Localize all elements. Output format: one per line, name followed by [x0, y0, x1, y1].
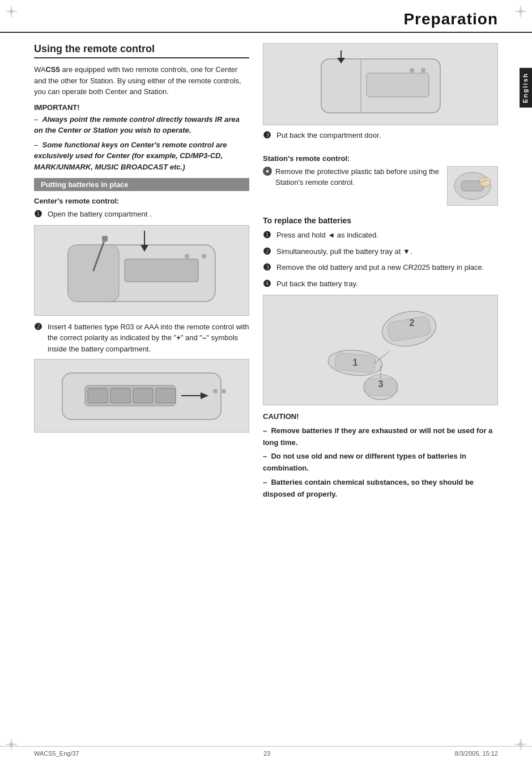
svg-rect-14 — [102, 236, 108, 241]
side-tab-label: English — [522, 73, 529, 103]
step-2: ❷ Insert 4 batteries type R03 or AAA int… — [34, 321, 249, 355]
svg-text:3: 3 — [378, 379, 383, 389]
replace-step-1-text: Press and hold ◄ as indicated. — [276, 230, 378, 241]
svg-text:2: 2 — [409, 318, 414, 328]
svg-point-29 — [410, 68, 414, 73]
intro-body: are equipped with two remote controls, o… — [34, 65, 241, 96]
centers-remote-title: Center's remote control: — [34, 197, 249, 205]
brand-text: WACS5 — [34, 65, 60, 74]
step-2-text: Insert 4 batteries type R03 or AAA into … — [48, 321, 249, 355]
page-footer: WACS5_Eng/37 23 8/3/2005, 15:12 — [0, 746, 532, 757]
svg-rect-19 — [133, 388, 153, 403]
battery-tray-image: 2 1 3 — [263, 295, 498, 405]
stations-remote-section: Station's remote control: ● Remove the p… — [263, 154, 498, 209]
battery-compartment-open-image — [34, 225, 249, 316]
left-column: Using the remote control WACS5 are equip… — [34, 43, 249, 501]
page-header: Preparation — [0, 0, 532, 33]
page-title: Preparation — [403, 10, 498, 28]
compartment-door-image — [263, 43, 498, 125]
replace-step-3: ❸ Remove the old battery and put a new C… — [263, 262, 498, 274]
step-1: ❶ Open the battery compartment . — [34, 209, 249, 221]
svg-point-30 — [421, 68, 425, 73]
replace-step-4-num: ❹ — [263, 278, 274, 290]
intro-text: WACS5 are equipped with two remote contr… — [34, 64, 249, 98]
svg-point-34 — [479, 177, 491, 187]
caution-line-3: – Batteries contain chemical substances,… — [263, 477, 498, 501]
step-3-right: ❸ Put back the compartment door. — [263, 130, 498, 142]
replace-step-4: ❹ Put back the battery tray. — [263, 278, 498, 290]
stations-step-1: ● Remove the protective plastic tab befo… — [263, 166, 441, 188]
important-line-2: – Some functional keys on Center's remot… — [34, 139, 249, 173]
stations-remote-title: Station's remote control: — [263, 154, 498, 163]
svg-rect-18 — [110, 388, 130, 403]
replace-step-2-text: Simultaneously, pull the battery tray at… — [276, 246, 412, 257]
svg-point-12 — [202, 254, 206, 259]
replace-step-3-text: Remove the old battery and put a new CR2… — [276, 262, 484, 273]
svg-rect-17 — [88, 388, 108, 403]
replace-step-1-num: ❶ — [263, 230, 274, 241]
stations-step-1-text: Remove the protective plastic tab before… — [275, 166, 441, 188]
svg-rect-20 — [156, 388, 176, 403]
stations-remote-small-image — [447, 166, 498, 206]
caution-line-2: – Do not use old and new or different ty… — [263, 451, 498, 474]
step-1-text: Open the battery compartment . — [48, 209, 152, 220]
corner-tr-decoration — [515, 6, 526, 17]
svg-rect-31 — [367, 73, 429, 97]
svg-rect-7 — [68, 245, 119, 302]
step-2-num: ❷ — [34, 321, 45, 333]
side-tab-english: English — [520, 68, 532, 108]
replace-step-4-text: Put back the battery tray. — [276, 278, 358, 290]
important-line-1: – Always point the remote control direct… — [34, 114, 249, 136]
svg-point-24 — [222, 389, 226, 393]
replace-step-3-num: ❸ — [263, 262, 274, 274]
important-label: IMPORTANT! — [34, 103, 249, 112]
main-content: Using the remote control WACS5 are equip… — [0, 33, 532, 501]
step-1-num: ❶ — [34, 209, 45, 221]
step-3-right-num: ❸ — [263, 130, 274, 142]
batteries-banner: Putting batteries in place — [34, 178, 249, 191]
svg-text:1: 1 — [352, 358, 357, 367]
svg-rect-10 — [125, 259, 198, 282]
important-block: – Always point the remote control direct… — [34, 114, 249, 173]
replace-step-2: ❷ Simultaneously, pull the battery tray … — [263, 246, 498, 258]
footer-left: WACS5_Eng/37 — [34, 750, 79, 757]
replace-step-2-num: ❷ — [263, 246, 274, 258]
corner-tl-decoration — [6, 6, 17, 17]
replace-step-1: ❶ Press and hold ◄ as indicated. — [263, 230, 498, 241]
svg-point-11 — [185, 254, 189, 259]
caution-block: CAUTION! – Remove batteries if they are … — [263, 411, 498, 501]
batteries-inserted-image — [34, 359, 249, 433]
caution-title: CAUTION! — [263, 411, 498, 423]
page: English Preparation Using the remote con… — [0, 0, 532, 767]
caution-line-1: – Remove batteries if they are exhausted… — [263, 425, 498, 449]
step-3-right-text: Put back the compartment door. — [276, 130, 381, 141]
right-column: ❸ Put back the compartment door. Station… — [263, 43, 498, 501]
footer-center: 23 — [263, 750, 270, 757]
svg-point-23 — [213, 389, 218, 393]
section-title: Using the remote control — [34, 43, 249, 58]
footer-right: 8/3/2005, 15:12 — [455, 750, 498, 757]
stations-step-1-num: ● — [263, 167, 272, 176]
replace-batteries-title: To replace the batteries — [263, 216, 498, 225]
